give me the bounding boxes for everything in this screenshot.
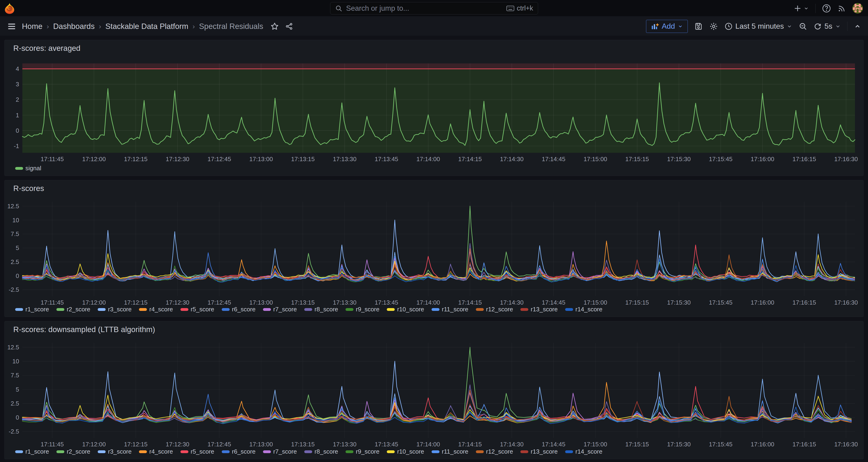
legend-item-r1_score[interactable]: r1_score (15, 448, 49, 455)
legend-swatch (222, 450, 230, 453)
legend-item-r2_score[interactable]: r2_score (56, 306, 90, 313)
svg-text:17:12:15: 17:12:15 (124, 156, 148, 162)
legend-swatch (476, 308, 484, 311)
legend-item-r7_score[interactable]: r7_score (263, 306, 297, 313)
save-dashboard-icon[interactable] (694, 22, 703, 31)
legend-item-r11_score[interactable]: r11_score (432, 448, 468, 455)
legend-item-r3_score[interactable]: r3_score (98, 306, 131, 313)
svg-text:0: 0 (16, 127, 19, 134)
legend-item-r3_score[interactable]: r3_score (98, 448, 131, 455)
share-icon[interactable] (285, 22, 293, 30)
legend-item-r14_score[interactable]: r14_score (565, 306, 602, 313)
legend-item-r10_score[interactable]: r10_score (387, 306, 424, 313)
svg-text:17:15:15: 17:15:15 (625, 441, 649, 448)
grafana-logo[interactable] (4, 3, 15, 14)
svg-text:17:15:45: 17:15:45 (709, 441, 733, 448)
svg-text:17:13:00: 17:13:00 (249, 441, 273, 448)
breadcrumb-separator: › (46, 22, 49, 30)
refresh-icon[interactable] (814, 22, 822, 30)
legend-item-r14_score[interactable]: r14_score (565, 448, 602, 455)
legend-item-r8_score[interactable]: r8_score (304, 448, 338, 455)
legend-swatch (304, 308, 312, 311)
svg-text:17:14:45: 17:14:45 (542, 441, 565, 448)
panel-title[interactable]: R-scores (13, 184, 44, 193)
news-icon[interactable] (837, 4, 846, 12)
svg-text:17:13:00: 17:13:00 (249, 299, 273, 306)
legend-label: r12_score (486, 448, 513, 455)
svg-text:0: 0 (16, 272, 19, 279)
legend-item-r1_score[interactable]: r1_score (15, 306, 49, 313)
chart-legend: r1_scorer2_scorer3_scorer4_scorer5_score… (15, 306, 602, 313)
svg-text:10: 10 (12, 217, 19, 224)
global-search[interactable]: ctrl+k (330, 2, 538, 14)
svg-text:2: 2 (16, 96, 19, 103)
legend-item-r13_score[interactable]: r13_score (520, 448, 558, 455)
svg-text:17:11:45: 17:11:45 (40, 156, 64, 162)
svg-text:12.5: 12.5 (7, 203, 19, 210)
time-range-picker[interactable]: Last 5 minutes (724, 22, 792, 31)
panel-title[interactable]: R-scores: averaged (13, 44, 81, 53)
svg-text:17:12:30: 17:12:30 (166, 299, 189, 306)
legend-swatch (15, 308, 23, 311)
r-scores-chart[interactable]: 12.5107.552.50-2.517:11:4517:12:0017:12:… (5, 180, 863, 317)
user-avatar[interactable] (852, 3, 863, 13)
svg-text:10: 10 (12, 358, 19, 365)
breadcrumb-folder[interactable]: Stackable Data Platform (105, 22, 188, 31)
chevron-down-icon[interactable] (835, 24, 841, 29)
help-icon[interactable] (822, 4, 831, 13)
zoom-out-icon[interactable] (799, 22, 807, 31)
legend-label: r2_score (67, 448, 90, 455)
legend-label: r8_score (314, 306, 338, 313)
legend-item-r6_score[interactable]: r6_score (222, 448, 255, 455)
breadcrumb-home[interactable]: Home (22, 22, 42, 31)
add-panel-button[interactable]: Add (646, 20, 688, 33)
breadcrumb-dashboards[interactable]: Dashboards (53, 22, 95, 31)
time-range-label: Last 5 minutes (735, 22, 784, 31)
legend-swatch (476, 450, 484, 453)
svg-text:17:12:30: 17:12:30 (166, 156, 189, 162)
legend-label: r11_score (442, 448, 468, 455)
legend-item-r8_score[interactable]: r8_score (304, 306, 338, 313)
legend-item-r5_score[interactable]: r5_score (181, 448, 214, 455)
legend-item-r9_score[interactable]: r9_score (345, 306, 379, 313)
legend-item-r5_score[interactable]: r5_score (181, 306, 214, 313)
legend-item-r12_score[interactable]: r12_score (476, 448, 513, 455)
search-input[interactable] (346, 4, 503, 12)
legend-label: r11_score (442, 306, 468, 313)
legend-item-r12_score[interactable]: r12_score (476, 306, 513, 313)
r-scores-averaged-chart[interactable]: 43210-117:11:4517:12:0017:12:1517:12:301… (5, 40, 863, 176)
legend-item-r7_score[interactable]: r7_score (263, 448, 297, 455)
dashboard-settings-icon[interactable] (709, 22, 718, 31)
collapse-toolbar-icon[interactable] (854, 23, 861, 30)
legend-item-r13_score[interactable]: r13_score (520, 306, 558, 313)
mega-menu-icon[interactable] (7, 22, 16, 31)
svg-text:17:14:30: 17:14:30 (500, 441, 524, 448)
legend-swatch (98, 450, 105, 453)
legend-item-r6_score[interactable]: r6_score (222, 306, 255, 313)
legend-item-r9_score[interactable]: r9_score (345, 448, 379, 455)
legend-label: r14_score (576, 306, 602, 313)
legend-label: r9_score (356, 448, 379, 455)
panel-title[interactable]: R-scores: downsampled (LTTB algorithm) (13, 325, 155, 334)
legend-item-r11_score[interactable]: r11_score (432, 306, 468, 313)
top-nav: ctrl+k (0, 0, 868, 17)
legend-item-signal[interactable]: signal (15, 165, 41, 172)
favorite-star-icon[interactable] (270, 22, 279, 31)
legend-item-r4_score[interactable]: r4_score (139, 448, 173, 455)
legend-label: r1_score (25, 306, 49, 313)
legend-item-r10_score[interactable]: r10_score (387, 448, 424, 455)
r-scores-downsampled-chart[interactable]: 12.5107.552.50-2.517:11:4517:12:0017:12:… (5, 321, 863, 459)
legend-item-r4_score[interactable]: r4_score (139, 306, 173, 313)
legend-swatch (15, 167, 23, 170)
svg-text:17:15:00: 17:15:00 (584, 156, 607, 162)
legend-swatch (565, 308, 573, 311)
add-panel-label: Add (662, 22, 675, 31)
svg-text:17:12:30: 17:12:30 (166, 441, 189, 448)
legend-label: r5_score (191, 448, 214, 455)
new-menu-button[interactable] (794, 4, 809, 12)
svg-text:17:13:00: 17:13:00 (249, 156, 273, 162)
refresh-interval-label[interactable]: 5s (825, 22, 832, 31)
legend-item-r2_score[interactable]: r2_score (56, 448, 90, 455)
legend-label: r10_score (397, 306, 424, 313)
panel-r-scores-averaged: R-scores: averaged 43210-117:11:4517:12:… (4, 40, 864, 176)
